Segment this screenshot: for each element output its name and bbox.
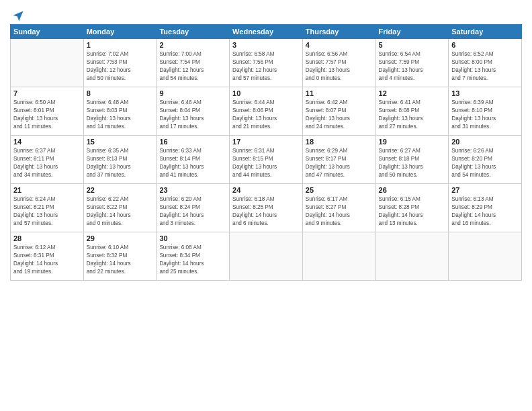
day-info: Sunrise: 6:33 AM Sunset: 8:14 PM Dayligh… (159, 147, 226, 179)
day-info: Sunrise: 6:44 AM Sunset: 8:06 PM Dayligh… (232, 99, 300, 131)
day-number: 25 (306, 186, 373, 194)
day-info: Sunrise: 6:24 AM Sunset: 8:21 PM Dayligh… (13, 195, 81, 228)
logo (10, 9, 25, 20)
calendar-header-row: SundayMondayTuesdayWednesdayThursdayFrid… (11, 25, 522, 39)
calendar-cell: 19Sunrise: 6:27 AM Sunset: 8:18 PM Dayli… (375, 136, 449, 184)
day-number: 20 (451, 138, 519, 146)
day-info: Sunrise: 6:37 AM Sunset: 8:11 PM Dayligh… (13, 147, 81, 179)
day-info: Sunrise: 6:10 AM Sunset: 8:32 PM Dayligh… (87, 244, 154, 276)
day-info: Sunrise: 6:18 AM Sunset: 8:25 PM Dayligh… (232, 195, 300, 228)
day-number: 28 (13, 234, 81, 242)
day-info: Sunrise: 6:58 AM Sunset: 7:56 PM Dayligh… (232, 50, 300, 83)
day-info: Sunrise: 6:26 AM Sunset: 8:20 PM Dayligh… (451, 147, 519, 179)
day-number: 21 (13, 186, 81, 194)
day-info: Sunrise: 6:41 AM Sunset: 8:08 PM Dayligh… (379, 99, 446, 131)
day-number: 9 (159, 89, 226, 97)
day-info: Sunrise: 6:22 AM Sunset: 8:22 PM Dayligh… (87, 195, 154, 228)
day-info: Sunrise: 6:29 AM Sunset: 8:17 PM Dayligh… (306, 147, 373, 179)
column-header-monday: Monday (83, 25, 157, 39)
calendar-cell: 1Sunrise: 7:02 AM Sunset: 7:53 PM Daylig… (83, 39, 157, 87)
calendar-cell: 17Sunrise: 6:31 AM Sunset: 8:15 PM Dayli… (230, 136, 303, 184)
day-number: 29 (87, 234, 154, 242)
day-number: 17 (232, 138, 300, 146)
day-info: Sunrise: 6:42 AM Sunset: 8:07 PM Dayligh… (306, 99, 373, 131)
day-info: Sunrise: 7:00 AM Sunset: 7:54 PM Dayligh… (159, 50, 226, 83)
day-number: 7 (13, 89, 81, 97)
calendar-cell: 23Sunrise: 6:20 AM Sunset: 8:24 PM Dayli… (157, 184, 230, 232)
day-info: Sunrise: 6:17 AM Sunset: 8:27 PM Dayligh… (306, 195, 373, 228)
day-number: 22 (87, 186, 154, 194)
day-number: 3 (232, 41, 300, 49)
calendar-cell: 11Sunrise: 6:42 AM Sunset: 8:07 PM Dayli… (302, 87, 375, 136)
day-number: 6 (451, 41, 519, 49)
calendar-cell: 15Sunrise: 6:35 AM Sunset: 8:13 PM Dayli… (83, 136, 157, 184)
column-header-thursday: Thursday (302, 25, 375, 39)
calendar-cell: 26Sunrise: 6:15 AM Sunset: 8:28 PM Dayli… (375, 184, 449, 232)
day-info: Sunrise: 6:27 AM Sunset: 8:18 PM Dayligh… (379, 147, 446, 179)
calendar-cell: 8Sunrise: 6:48 AM Sunset: 8:03 PM Daylig… (83, 87, 157, 136)
calendar-cell: 12Sunrise: 6:41 AM Sunset: 8:08 PM Dayli… (375, 87, 449, 136)
day-number: 11 (306, 89, 373, 97)
day-info: Sunrise: 6:15 AM Sunset: 8:28 PM Dayligh… (379, 195, 446, 228)
day-info: Sunrise: 6:08 AM Sunset: 8:34 PM Dayligh… (159, 244, 226, 276)
calendar-cell: 29Sunrise: 6:10 AM Sunset: 8:32 PM Dayli… (83, 232, 157, 281)
calendar-cell: 16Sunrise: 6:33 AM Sunset: 8:14 PM Dayli… (157, 136, 230, 184)
day-info: Sunrise: 6:20 AM Sunset: 8:24 PM Dayligh… (159, 195, 226, 228)
calendar-cell: 24Sunrise: 6:18 AM Sunset: 8:25 PM Dayli… (230, 184, 303, 232)
calendar-cell: 2Sunrise: 7:00 AM Sunset: 7:54 PM Daylig… (157, 39, 230, 87)
calendar-table: SundayMondayTuesdayWednesdayThursdayFrid… (10, 24, 522, 281)
day-number: 19 (379, 138, 446, 146)
calendar-cell: 21Sunrise: 6:24 AM Sunset: 8:21 PM Dayli… (11, 184, 84, 232)
calendar-cell: 5Sunrise: 6:54 AM Sunset: 7:59 PM Daylig… (375, 39, 449, 87)
calendar-cell (375, 232, 449, 281)
day-number: 27 (451, 186, 519, 194)
day-number: 2 (159, 41, 226, 49)
calendar-cell: 6Sunrise: 6:52 AM Sunset: 8:00 PM Daylig… (449, 39, 522, 87)
calendar-cell: 18Sunrise: 6:29 AM Sunset: 8:17 PM Dayli… (302, 136, 375, 184)
column-header-friday: Friday (375, 25, 449, 39)
day-info: Sunrise: 7:02 AM Sunset: 7:53 PM Dayligh… (87, 50, 154, 83)
calendar-cell: 25Sunrise: 6:17 AM Sunset: 8:27 PM Dayli… (302, 184, 375, 232)
column-header-sunday: Sunday (11, 25, 84, 39)
calendar-cell: 14Sunrise: 6:37 AM Sunset: 8:11 PM Dayli… (11, 136, 84, 184)
day-number: 5 (379, 41, 446, 49)
calendar-cell: 4Sunrise: 6:56 AM Sunset: 7:57 PM Daylig… (302, 39, 375, 87)
day-info: Sunrise: 6:50 AM Sunset: 8:01 PM Dayligh… (13, 99, 81, 131)
day-number: 14 (13, 138, 81, 146)
calendar-cell: 20Sunrise: 6:26 AM Sunset: 8:20 PM Dayli… (449, 136, 522, 184)
header (10, 7, 522, 20)
day-number: 16 (159, 138, 226, 146)
calendar-cell: 13Sunrise: 6:39 AM Sunset: 8:10 PM Dayli… (449, 87, 522, 136)
column-header-tuesday: Tuesday (157, 25, 230, 39)
calendar-cell: 28Sunrise: 6:12 AM Sunset: 8:31 PM Dayli… (11, 232, 84, 281)
calendar-cell (11, 39, 84, 87)
day-info: Sunrise: 6:39 AM Sunset: 8:10 PM Dayligh… (451, 99, 519, 131)
day-info: Sunrise: 6:48 AM Sunset: 8:03 PM Dayligh… (87, 99, 154, 131)
day-info: Sunrise: 6:35 AM Sunset: 8:13 PM Dayligh… (87, 147, 154, 179)
day-number: 30 (159, 234, 226, 242)
day-number: 10 (232, 89, 300, 97)
calendar-cell (230, 232, 303, 281)
calendar-cell: 27Sunrise: 6:13 AM Sunset: 8:29 PM Dayli… (449, 184, 522, 232)
day-number: 26 (379, 186, 446, 194)
day-info: Sunrise: 6:56 AM Sunset: 7:57 PM Dayligh… (306, 50, 373, 83)
day-info: Sunrise: 6:31 AM Sunset: 8:15 PM Dayligh… (232, 147, 300, 179)
calendar-cell (302, 232, 375, 281)
day-number: 4 (306, 41, 373, 49)
day-number: 15 (87, 138, 154, 146)
logo-bird-icon (11, 9, 25, 23)
calendar-cell: 3Sunrise: 6:58 AM Sunset: 7:56 PM Daylig… (230, 39, 303, 87)
calendar-week-row: 21Sunrise: 6:24 AM Sunset: 8:21 PM Dayli… (11, 184, 522, 232)
day-info: Sunrise: 6:13 AM Sunset: 8:29 PM Dayligh… (451, 195, 519, 228)
calendar-cell: 30Sunrise: 6:08 AM Sunset: 8:34 PM Dayli… (157, 232, 230, 281)
day-info: Sunrise: 6:46 AM Sunset: 8:04 PM Dayligh… (159, 99, 226, 131)
day-number: 18 (306, 138, 373, 146)
calendar-cell: 10Sunrise: 6:44 AM Sunset: 8:06 PM Dayli… (230, 87, 303, 136)
page-container: SundayMondayTuesdayWednesdayThursdayFrid… (0, 0, 532, 287)
calendar-week-row: 1Sunrise: 7:02 AM Sunset: 7:53 PM Daylig… (11, 39, 522, 87)
day-number: 8 (87, 89, 154, 97)
column-header-saturday: Saturday (449, 25, 522, 39)
day-number: 13 (451, 89, 519, 97)
day-number: 24 (232, 186, 300, 194)
day-number: 1 (87, 41, 154, 49)
